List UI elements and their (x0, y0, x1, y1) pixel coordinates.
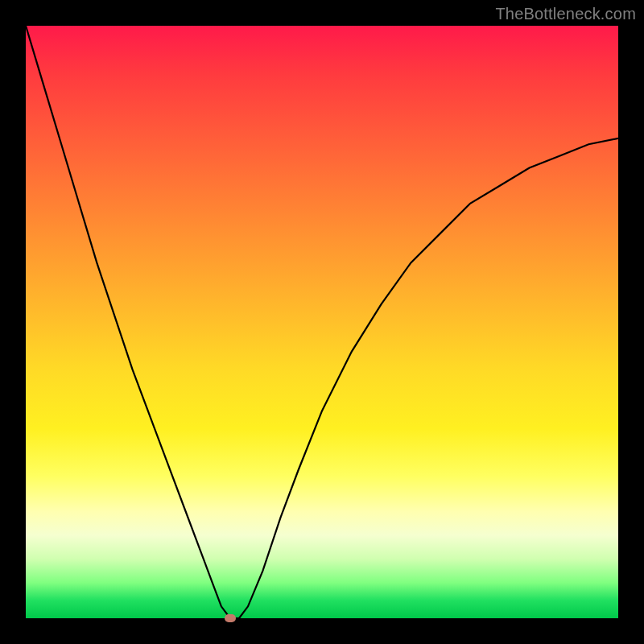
chart-frame: TheBottleneck.com (0, 0, 644, 644)
watermark-text: TheBottleneck.com (495, 5, 636, 23)
bottleneck-curve (26, 26, 618, 618)
curve-layer (26, 26, 618, 618)
optimal-point-marker (225, 614, 236, 622)
